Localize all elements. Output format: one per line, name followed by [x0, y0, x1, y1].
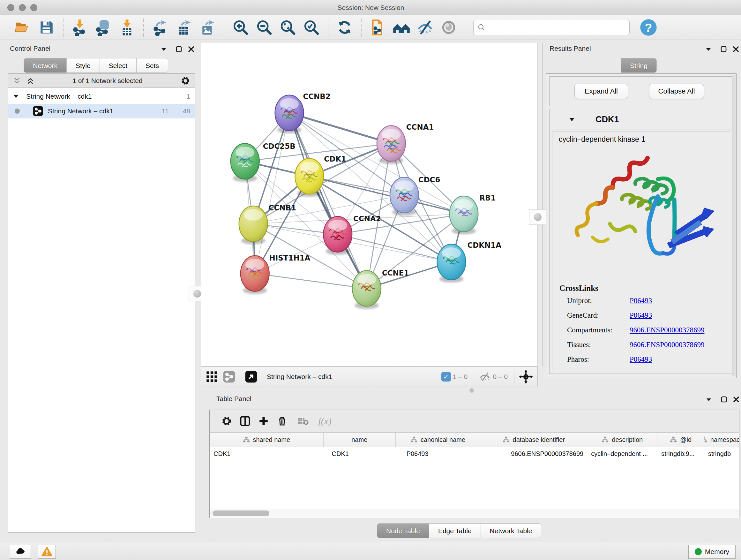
tab-node-table[interactable]: Node Table	[377, 523, 429, 538]
tab-network-table[interactable]: Network Table	[481, 523, 542, 538]
import-network-database-button[interactable]	[91, 17, 115, 38]
control-panel-float-button[interactable]	[160, 45, 167, 54]
cell-shared-name[interactable]: CDK1	[210, 447, 324, 457]
results-panel-title: Results Panel	[549, 45, 591, 52]
column-header-canonical-name[interactable]: canonical name	[396, 433, 481, 447]
memory-button[interactable]: Memory	[688, 545, 736, 559]
selected-checkbox-icon[interactable]: ✓	[441, 372, 451, 381]
network-node-ccnb1[interactable]: CCNB1	[239, 204, 296, 244]
crosslink-compartments-link[interactable]: 9606.ENSP00000378699	[630, 326, 704, 334]
results-panel-maximize-button[interactable]	[720, 45, 728, 54]
zoom-in-button[interactable]	[229, 17, 253, 38]
right-splitter[interactable]	[534, 43, 542, 367]
collapse-section-icon[interactable]	[568, 116, 576, 123]
cell-id[interactable]: stringdb:9...	[657, 447, 704, 457]
table-panel-close-button[interactable]	[732, 395, 740, 405]
column-header-namespace[interactable]: namespace	[704, 433, 739, 447]
crosslink-genecard-link[interactable]: P06493	[630, 311, 652, 320]
column-header-id[interactable]: @id	[657, 433, 704, 447]
control-panel-maximize-button[interactable]	[175, 45, 183, 54]
network-node-ccne1[interactable]: CCNE1	[352, 269, 409, 309]
tab-string[interactable]: String	[621, 58, 657, 73]
hide-panel-button[interactable]	[413, 17, 437, 38]
zoom-fit-button[interactable]	[276, 17, 300, 38]
cell-database-identifier[interactable]: 9606.ENSP00000378699	[480, 447, 587, 457]
results-panel-close-button[interactable]	[732, 45, 740, 54]
tab-network[interactable]: Network	[23, 58, 67, 73]
network-node-hist1h1a[interactable]: HIST1H1A	[241, 254, 311, 294]
hide-eye-icon	[416, 19, 434, 36]
cloud-button[interactable]	[10, 545, 31, 559]
left-splitter[interactable]	[193, 43, 201, 367]
network-node-cdkn1a[interactable]: CDKN1A	[437, 241, 502, 283]
grid-view-icon[interactable]	[205, 370, 218, 383]
square-icon	[720, 395, 728, 403]
network-canvas[interactable]: CCNB2CCNA1CDC25BCDK1CDC6RB1CCNB1CCNA2CDK…	[201, 43, 538, 367]
delete-column-button[interactable]	[273, 413, 291, 430]
network-node-rb1[interactable]: RB1	[450, 194, 496, 234]
expander-icon[interactable]	[13, 93, 19, 100]
tab-select[interactable]: Select	[99, 58, 137, 73]
export-table-button[interactable]	[172, 17, 196, 38]
network-node-ccna2[interactable]: CCNA2	[323, 214, 381, 255]
gene-section-header[interactable]: CDK1	[549, 109, 733, 130]
results-scrollbar[interactable]	[732, 75, 736, 376]
export-image-button[interactable]	[196, 17, 219, 38]
export-network-button[interactable]	[148, 17, 172, 38]
table-settings-button[interactable]	[217, 413, 236, 430]
delete-table-button[interactable]	[294, 413, 313, 430]
zoom-selected-button[interactable]	[300, 17, 323, 38]
expand-all-button[interactable]: Expand All	[575, 84, 628, 99]
homes-button[interactable]	[390, 17, 413, 38]
import-table-button[interactable]	[115, 17, 139, 38]
crosslink-tissues-link[interactable]: 9606.ENSP00000378699	[630, 341, 704, 349]
horizontal-sash[interactable]	[201, 387, 538, 394]
cell-description[interactable]: cyclin–dependent ...	[587, 447, 657, 457]
results-panel-float-button[interactable]	[704, 45, 712, 54]
network-node-ccnb2[interactable]: CCNB2	[275, 92, 331, 133]
network-view-share-icon[interactable]	[223, 370, 235, 383]
search-input[interactable]	[488, 23, 625, 31]
help-button[interactable]: ?	[636, 17, 660, 38]
network-from-file-button[interactable]	[366, 17, 390, 38]
scrollbar-thumb[interactable]	[212, 510, 269, 516]
zoom-out-button[interactable]	[253, 17, 276, 38]
tab-sets[interactable]: Sets	[136, 58, 168, 73]
table-horizontal-scrollbar[interactable]	[210, 509, 739, 517]
tab-style[interactable]: Style	[66, 58, 100, 73]
cell-name[interactable]: CDK1	[324, 447, 396, 457]
expand-all-icon[interactable]	[26, 77, 35, 85]
show-panel-button[interactable]	[437, 17, 461, 38]
column-header-description[interactable]: description	[587, 433, 657, 447]
cell-namespace[interactable]: stringdb	[704, 447, 739, 457]
create-column-button[interactable]	[254, 413, 273, 430]
column-header-database-identifier[interactable]: database identifier	[480, 433, 587, 447]
gear-icon[interactable]	[181, 76, 190, 85]
show-columns-button[interactable]	[236, 413, 254, 430]
sitemap-icon	[502, 436, 510, 443]
save-session-button[interactable]	[35, 17, 58, 38]
crosslink-uniprot-link[interactable]: P06493	[630, 297, 652, 305]
crosslink-pharos-link[interactable]: P06493	[630, 355, 652, 364]
hidden-eye-icon[interactable]	[479, 371, 491, 383]
pan-crosshair-icon[interactable]	[519, 370, 533, 384]
cell-canonical-name[interactable]: P06493	[396, 447, 481, 457]
collapse-all-button[interactable]: Collapse All	[649, 84, 704, 99]
warning-button[interactable]	[38, 545, 56, 559]
collapse-all-icon[interactable]	[13, 77, 21, 85]
birdseye-view-icon[interactable]	[245, 370, 258, 383]
network-collection-row[interactable]: String Network – cdk1 1	[8, 89, 195, 104]
search-field[interactable]	[473, 20, 630, 35]
refresh-style-button[interactable]	[333, 17, 356, 38]
open-session-button[interactable]	[11, 17, 35, 38]
function-builder-button[interactable]: f(x)	[316, 413, 334, 430]
table-row[interactable]: CDK1 CDK1 P06493 9606.ENSP00000378699 cy…	[210, 447, 739, 457]
table-panel-float-button[interactable]	[705, 395, 713, 405]
network-row-selected[interactable]: String Network – cdk1 11 48	[8, 104, 195, 118]
network-node-ccna1[interactable]: CCNA1	[377, 123, 434, 164]
tab-edge-table[interactable]: Edge Table	[429, 523, 481, 538]
column-header-shared-name[interactable]: shared name	[210, 433, 324, 447]
table-panel-maximize-button[interactable]	[720, 395, 728, 405]
import-network-file-button[interactable]	[68, 17, 91, 38]
column-header-name[interactable]: name	[324, 433, 396, 447]
